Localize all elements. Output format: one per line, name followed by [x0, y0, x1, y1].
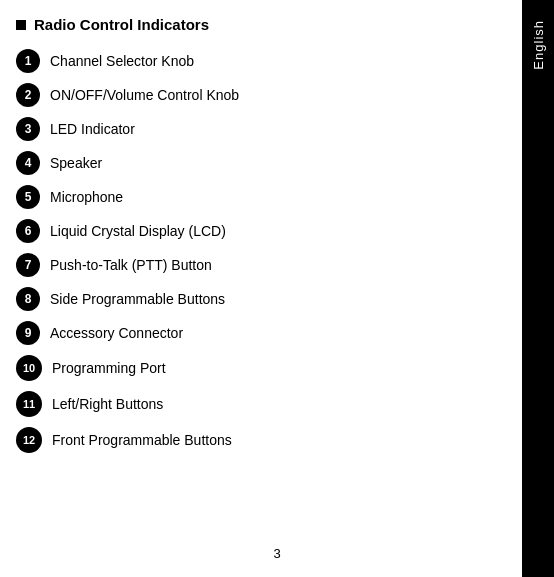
section-title-text: Radio Control Indicators: [34, 16, 209, 33]
list-item: 4Speaker: [16, 151, 502, 175]
main-content: Radio Control Indicators 1Channel Select…: [0, 0, 522, 577]
item-label: Liquid Crystal Display (LCD): [50, 223, 226, 239]
list-item: 7Push-to-Talk (PTT) Button: [16, 253, 502, 277]
item-label: Side Programmable Buttons: [50, 291, 225, 307]
item-badge: 9: [16, 321, 40, 345]
list-item: 9Accessory Connector: [16, 321, 502, 345]
item-label: Left/Right Buttons: [52, 396, 163, 412]
items-list: 1Channel Selector Knob2ON/OFF/Volume Con…: [16, 49, 502, 453]
item-label: Speaker: [50, 155, 102, 171]
item-badge: 5: [16, 185, 40, 209]
item-badge: 2: [16, 83, 40, 107]
page-container: Radio Control Indicators 1Channel Select…: [0, 0, 554, 577]
item-badge: 8: [16, 287, 40, 311]
section-icon: [16, 20, 26, 30]
item-badge: 6: [16, 219, 40, 243]
list-item: 2ON/OFF/Volume Control Knob: [16, 83, 502, 107]
list-item: 12Front Programmable Buttons: [16, 427, 502, 453]
list-item: 1Channel Selector Knob: [16, 49, 502, 73]
list-item: 3LED Indicator: [16, 117, 502, 141]
list-item: 6Liquid Crystal Display (LCD): [16, 219, 502, 243]
sidebar-label: English: [531, 20, 546, 70]
item-label: LED Indicator: [50, 121, 135, 137]
item-badge: 7: [16, 253, 40, 277]
item-badge: 3: [16, 117, 40, 141]
list-item: 8Side Programmable Buttons: [16, 287, 502, 311]
item-badge: 12: [16, 427, 42, 453]
item-label: Accessory Connector: [50, 325, 183, 341]
list-item: 5Microphone: [16, 185, 502, 209]
list-item: 10Programming Port: [16, 355, 502, 381]
item-label: Channel Selector Knob: [50, 53, 194, 69]
item-label: Programming Port: [52, 360, 166, 376]
item-badge: 1: [16, 49, 40, 73]
item-label: ON/OFF/Volume Control Knob: [50, 87, 239, 103]
item-badge: 11: [16, 391, 42, 417]
item-label: Microphone: [50, 189, 123, 205]
item-label: Front Programmable Buttons: [52, 432, 232, 448]
sidebar: English: [522, 0, 554, 577]
list-item: 11Left/Right Buttons: [16, 391, 502, 417]
item-badge: 4: [16, 151, 40, 175]
section-title: Radio Control Indicators: [16, 16, 502, 33]
page-number: 3: [273, 546, 280, 561]
item-badge: 10: [16, 355, 42, 381]
item-label: Push-to-Talk (PTT) Button: [50, 257, 212, 273]
